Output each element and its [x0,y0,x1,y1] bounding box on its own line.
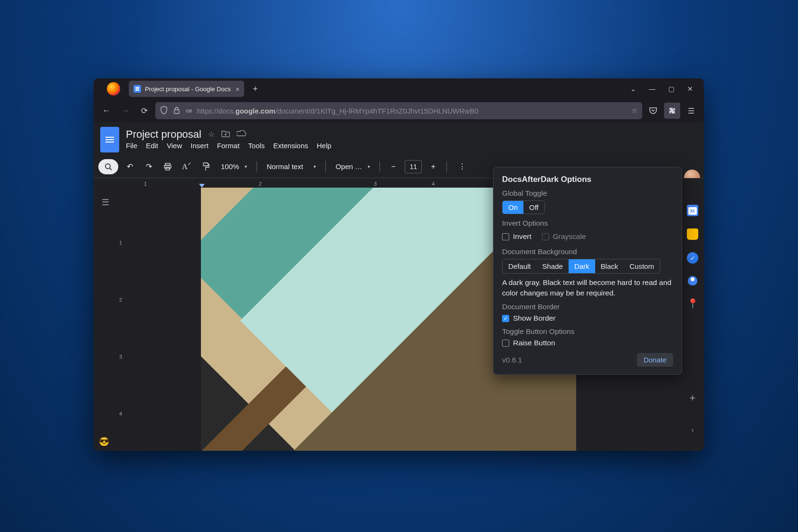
bookmark-star-icon[interactable]: ☆ [631,106,637,115]
font-size-decrease[interactable]: − [386,159,401,174]
menu-format[interactable]: Format [217,142,240,150]
indent-marker-icon[interactable] [199,184,205,188]
invert-checkbox[interactable] [502,233,509,240]
extension-version: v0.6.1 [502,356,522,364]
star-icon[interactable]: ☆ [208,130,215,139]
vertical-ruler[interactable]: 1 2 3 4 [117,188,127,451]
tabs-dropdown-icon[interactable]: ⌄ [629,85,637,93]
doc-bg-label: Document Background [502,247,673,256]
side-panel-collapse-icon[interactable]: › [692,426,694,434]
lock-icon[interactable] [173,106,180,115]
search-menus-button[interactable] [98,159,118,174]
toolbar-separator [446,161,447,172]
docs-app: Project proposal ☆ File Edit View Insert… [94,122,704,451]
bg-option-shade[interactable]: Shade [537,259,569,273]
browser-window: Project proposal - Google Docs × + ⌄ — ▢… [94,78,704,451]
font-select[interactable]: Open … [332,159,374,174]
docs-logo-icon[interactable] [100,127,119,152]
invert-text: Invert [513,232,532,241]
svg-line-2 [110,168,112,170]
reload-button[interactable]: ⟳ [136,103,152,119]
cloud-status-icon[interactable] [237,130,247,139]
paragraph-style-select[interactable]: Normal text [263,159,320,174]
forward-button[interactable]: → [117,103,133,119]
ruler-tick: 4 [432,181,435,187]
maps-icon[interactable]: 📍 [687,298,698,309]
print-button[interactable] [160,159,175,174]
docs-titlebar: Project proposal ☆ File Edit View Insert… [94,122,704,152]
menu-view[interactable]: View [167,142,182,150]
tasks-icon[interactable] [687,252,698,264]
toggle-button-options-label: Toggle Button Options [502,327,673,336]
permissions-icon[interactable]: ⎋≡ [186,107,191,114]
ruler-tick: 1 [144,181,147,187]
raise-button-row[interactable]: Raise Button [502,339,673,347]
ruler-tick: 3 [119,354,122,360]
font-size-input[interactable]: 11 [405,160,422,173]
svg-rect-0 [174,110,179,114]
calendar-icon[interactable] [687,205,698,216]
global-toggle-on[interactable]: On [503,201,523,214]
zoom-select[interactable]: 100% [217,159,251,174]
menu-help[interactable]: Help [317,142,332,150]
show-border-text: Show Border [513,314,556,323]
tab-active[interactable]: Project proposal - Google Docs × [129,81,244,97]
move-folder-icon[interactable] [221,130,230,139]
url-text: https://docs.google.com/document/d/1KtTg… [197,107,626,115]
contacts-icon[interactable] [688,276,697,285]
emoji-reaction-icon[interactable]: 😎 [99,437,109,447]
raise-button-checkbox[interactable] [502,340,509,347]
raise-button-text: Raise Button [513,339,555,347]
pocket-icon[interactable] [645,103,661,119]
font-size-increase[interactable]: + [426,159,441,174]
menu-tools[interactable]: Tools [248,142,265,150]
ruler-tick: 2 [259,181,262,187]
ruler-tick: 4 [119,411,122,417]
document-title[interactable]: Project proposal [126,128,201,141]
tab-close-icon[interactable]: × [235,85,241,93]
menu-file[interactable]: File [126,142,137,150]
global-toggle-label: Global Toggle [502,189,673,198]
document-outline-icon[interactable]: ☰ [102,197,109,208]
menu-extensions[interactable]: Extensions [273,142,308,150]
svg-rect-5 [166,167,170,170]
global-toggle-off[interactable]: Off [523,201,544,214]
redo-button[interactable]: ↷ [141,159,156,174]
show-border-checkbox[interactable]: ✓ [502,315,509,322]
ruler-tick: 1 [119,240,122,246]
toolbar-overflow-button[interactable]: ⋮ [455,159,470,174]
bg-option-dark[interactable]: Dark [569,259,595,273]
extensions-button[interactable] [664,103,680,119]
donate-button[interactable]: Donate [637,353,673,367]
grayscale-checkbox [542,233,549,240]
toolbar-separator [380,161,380,172]
tab-strip: Project proposal - Google Docs × + ⌄ — ▢… [94,78,704,99]
url-bar[interactable]: ⎋≡ https://docs.google.com/document/d/1K… [155,102,642,119]
app-menu-button[interactable]: ☰ [683,103,699,119]
invert-checkbox-row[interactable]: Invert [502,232,532,241]
paint-format-button[interactable] [198,159,213,174]
bg-option-custom[interactable]: Custom [624,259,660,273]
ruler-tick: 2 [119,297,122,303]
toolbar-separator [256,161,257,172]
left-gutter: ☰ 😎 [94,188,117,451]
get-addons-icon[interactable]: + [690,392,696,404]
spellcheck-button[interactable]: A✓ [179,159,194,174]
svg-rect-6 [203,163,208,166]
menu-insert[interactable]: Insert [190,142,209,150]
bg-option-default[interactable]: Default [503,259,537,273]
window-close-button[interactable]: ✕ [686,85,694,93]
window-maximize-button[interactable]: ▢ [667,85,675,93]
doc-border-label: Document Border [502,303,673,311]
keep-icon[interactable] [687,228,698,240]
back-button[interactable]: ← [98,103,114,119]
undo-button[interactable]: ↶ [122,159,137,174]
bg-option-black[interactable]: Black [595,259,624,273]
window-minimize-button[interactable]: — [648,85,656,93]
new-tab-button[interactable]: + [248,84,262,94]
navigation-toolbar: ← → ⟳ ⎋≡ https://docs.google.com/documen… [94,99,704,122]
shield-icon[interactable] [160,106,168,116]
side-panel-rail: 📍 + › [681,188,704,451]
menu-edit[interactable]: Edit [146,142,158,150]
show-border-row[interactable]: ✓ Show Border [502,314,673,323]
